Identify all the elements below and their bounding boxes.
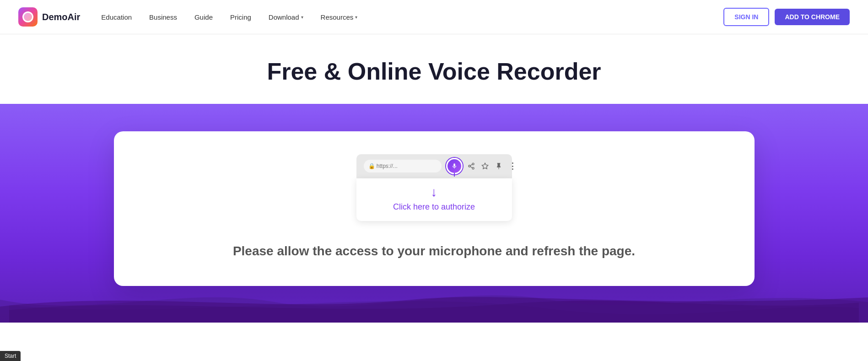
chevron-down-icon: ▾ (355, 15, 357, 20)
browser-bar-mockup: ⋮ ↓ Click here to authorize (356, 154, 512, 221)
svg-point-1 (469, 165, 470, 167)
sign-in-button[interactable]: SIGN IN (723, 8, 769, 26)
start-bar[interactable]: Start (0, 351, 21, 361)
pointer-arrow-icon: ↓ (431, 186, 437, 199)
address-input[interactable] (364, 160, 442, 172)
star-icon[interactable] (480, 161, 490, 171)
svg-line-3 (470, 167, 472, 168)
nav-item-resources[interactable]: Resources ▾ (313, 10, 365, 25)
purple-section: ⋮ ↓ Click here to authorize Please allow… (0, 104, 868, 323)
svg-line-4 (470, 165, 472, 166)
svg-marker-5 (482, 163, 488, 169)
page-title: Free & Online Voice Recorder (9, 57, 859, 86)
browser-icons: ⋮ (446, 158, 518, 174)
click-authorize-link[interactable]: Click here to authorize (366, 202, 503, 212)
recorder-card: ⋮ ↓ Click here to authorize Please allow… (114, 131, 755, 286)
navbar: DemoAir Education Business Guide Pricing… (0, 0, 868, 34)
pin-icon[interactable] (494, 161, 504, 171)
brand-name: DemoAir (42, 12, 80, 22)
nav-item-download[interactable]: Download ▾ (261, 10, 311, 25)
permission-message: Please allow the access to your micropho… (132, 244, 736, 259)
browser-dropdown: ↓ Click here to authorize (356, 178, 512, 221)
logo[interactable]: DemoAir (18, 7, 80, 27)
more-options-icon[interactable]: ⋮ (507, 161, 518, 171)
wave-decoration (0, 277, 868, 323)
logo-icon (18, 7, 38, 27)
nav-item-business[interactable]: Business (142, 10, 184, 25)
share-icon[interactable] (466, 161, 476, 171)
svg-point-2 (472, 167, 474, 169)
svg-point-0 (472, 163, 474, 165)
chevron-down-icon: ▾ (301, 15, 303, 20)
browser-address-bar: ⋮ (356, 154, 512, 178)
nav-actions: SIGN IN ADD TO CHROME (723, 8, 850, 26)
nav-links: Education Business Guide Pricing Downloa… (94, 10, 723, 25)
hero-section: Free & Online Voice Recorder (0, 34, 868, 104)
mic-authorize-button[interactable] (446, 158, 463, 174)
start-label: Start (5, 353, 16, 359)
nav-item-guide[interactable]: Guide (187, 10, 220, 25)
add-to-chrome-button[interactable]: ADD TO CHROME (775, 9, 850, 25)
nav-item-pricing[interactable]: Pricing (223, 10, 259, 25)
nav-item-education[interactable]: Education (94, 10, 139, 25)
